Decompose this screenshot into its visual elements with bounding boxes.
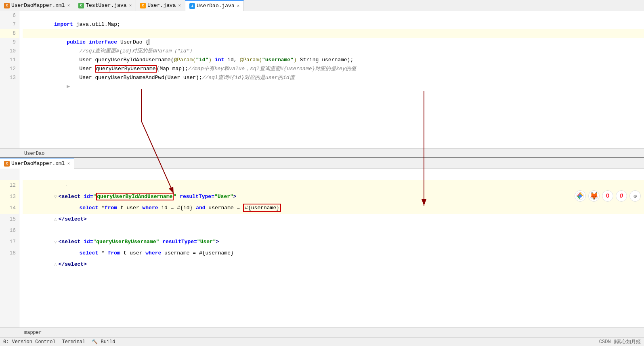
line-num-8: 8 xyxy=(0,29,19,38)
close-tab-user[interactable]: × xyxy=(178,3,181,8)
bottom-code-content[interactable]: · ▽<select id="queryUserByIdAndUsername"… xyxy=(19,169,644,327)
line-num-b16: 16 xyxy=(0,225,19,236)
line-num-9: 9 xyxy=(0,38,19,47)
top-code-content[interactable]: import java.util.Map; public interface U… xyxy=(19,11,644,148)
line-num-12: 12 xyxy=(0,65,19,73)
top-line-numbers: 6 7 8 9 10 11 12 13 xyxy=(0,11,19,148)
code-line-b11: · xyxy=(23,169,644,180)
line-num-11: 11 xyxy=(0,56,19,65)
java-test-icon: C xyxy=(78,3,84,8)
top-tab-bar: X UserDaoMapper.xml × C TestUser.java × … xyxy=(0,0,644,11)
tab-testuser-java[interactable]: C TestUser.java × xyxy=(74,0,136,11)
close-tab-xml-2[interactable]: × xyxy=(67,161,70,166)
line-num-b11 xyxy=(0,169,19,180)
browser-icons: 🦊 O O ⊕ xyxy=(575,190,641,202)
top-editor-status: UserDao xyxy=(0,148,644,158)
bottom-line-numbers: 12 13 14 15 16 17 18 xyxy=(0,169,19,327)
line-num-6: 6 xyxy=(0,11,19,20)
xml-icon: X xyxy=(4,3,10,8)
top-code-area: 6 7 8 9 10 11 12 13 import java.util.Map… xyxy=(0,11,644,148)
code-line-b15 xyxy=(23,214,644,225)
bottom-editor: X UserDaoMapper.xml × 12 13 14 15 16 17 … xyxy=(0,157,644,337)
tab-userdaomapper-xml-2[interactable]: X UserDaoMapper.xml × xyxy=(0,158,74,169)
firefox-icon: 🦊 xyxy=(588,190,600,202)
xml-icon-2: X xyxy=(4,161,10,167)
terminal-item[interactable]: Terminal xyxy=(62,339,86,345)
bottom-bar-left: 0: Version Control Terminal 🔨 Build xyxy=(3,339,115,345)
chrome-icon xyxy=(575,190,586,202)
bottom-editor-status: mapper xyxy=(0,327,644,337)
line-num-b15: 15 xyxy=(0,214,19,225)
svg-point-1 xyxy=(579,194,582,198)
version-control-item[interactable]: 0: Version Control xyxy=(3,339,56,345)
line-num-13: 13 xyxy=(0,73,19,82)
tab-userdaomapper-xml[interactable]: X UserDaoMapper.xml × xyxy=(0,0,74,11)
bottom-code-area: 12 13 14 15 16 17 18 · ▽<select id="quer… xyxy=(0,169,644,327)
java-user-icon: C xyxy=(140,3,146,8)
bottom-toolbar: 0: Version Control Terminal 🔨 Build xyxy=(0,337,644,346)
code-line-6: import java.util.Map; xyxy=(23,11,644,20)
line-num-b17: 17 xyxy=(0,236,19,248)
code-line-b16: ▽<select id="queryUserByUsername" result… xyxy=(23,225,644,236)
line-num-7: 7 xyxy=(0,20,19,29)
close-tab-userdao[interactable]: × xyxy=(237,4,240,8)
line-num-10: 10 xyxy=(0,47,19,56)
line-num-b14: 14 xyxy=(0,202,19,214)
opera-gx-icon: O xyxy=(616,190,627,202)
line-num-b18: 18 xyxy=(0,248,19,259)
java-dao-icon: i xyxy=(189,3,195,9)
code-line-8: public interface UserDao { xyxy=(23,29,644,38)
opera-icon: O xyxy=(602,190,613,202)
close-tab-testuser[interactable]: × xyxy=(129,3,132,8)
bottom-tab-bar: X UserDaoMapper.xml × xyxy=(0,157,644,169)
code-line-b12: ▽<select id="queryUserByIdAndUsername" r… xyxy=(23,180,644,191)
csdn-watermark: CSDN @素心如月姬 xyxy=(599,338,641,345)
close-tab-xml[interactable]: × xyxy=(67,3,70,8)
build-item[interactable]: 🔨 Build xyxy=(92,339,115,345)
tab-userdao-java[interactable]: i UserDao.java × xyxy=(185,0,244,11)
tab-user-java[interactable]: C User.java × xyxy=(136,0,185,11)
extra-icon: ⊕ xyxy=(629,190,641,202)
line-num-b13: 13 xyxy=(0,191,19,202)
top-editor: X UserDaoMapper.xml × C TestUser.java × … xyxy=(0,0,644,157)
line-num-b12: 12 xyxy=(0,180,19,191)
